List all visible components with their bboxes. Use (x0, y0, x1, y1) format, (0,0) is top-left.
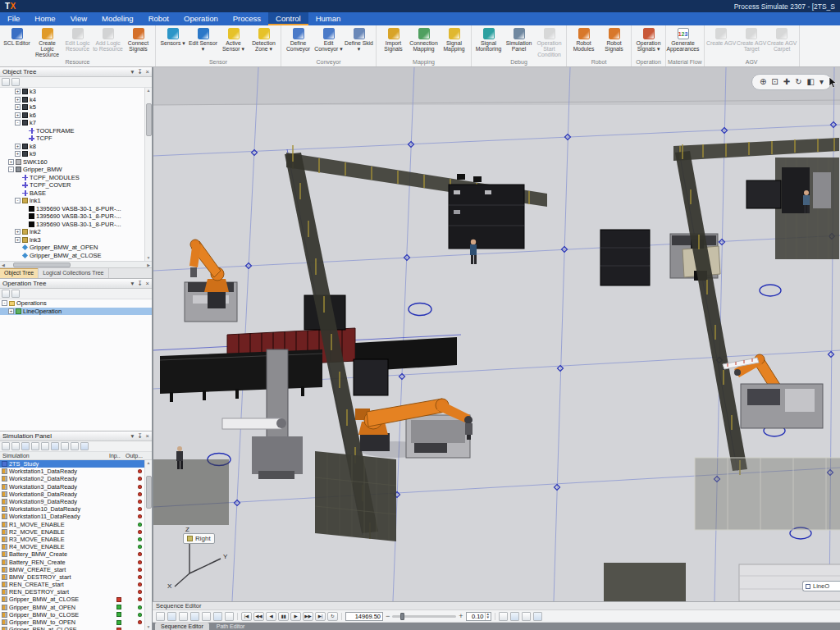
rotate-icon[interactable]: ↻ (795, 75, 801, 89)
tree-item-1395690-vasb-30-1-8-pur[interactable]: 1395690 VASB-30-1_8-PUR-... (0, 212, 152, 221)
pin-icon[interactable]: ↧ (137, 432, 142, 441)
collapse-icon[interactable]: - (8, 167, 14, 172)
sequence-editor-title[interactable]: Sequence Editor (153, 602, 840, 610)
signal-row-r2-move-enable[interactable]: R2_MOVE_ENABLE (0, 528, 152, 536)
zoom-in-icon[interactable]: ⊕ (760, 75, 766, 89)
menu-tab-robot[interactable]: Robot (141, 12, 176, 25)
tree-item-k3[interactable]: +k3 (0, 88, 152, 96)
connect-signals-button[interactable]: Connect Signals (123, 26, 153, 58)
speed-stepper-arrows[interactable]: ▲▼ (485, 613, 491, 620)
menu-tab-file[interactable]: File (0, 12, 27, 25)
signal-row-gripper-bmw-at-open[interactable]: Gripper_BMW_at_OPEN (0, 604, 152, 611)
watch-icon[interactable] (41, 442, 49, 450)
signal-row-battery-bmw-create[interactable]: Battery_BMW_Create (0, 550, 152, 558)
tree-item-1395690-vasb-30-1-8-pur[interactable]: 1395690 VASB-30-1_8-PUR-... (0, 221, 152, 229)
scroll-up-icon[interactable]: ▲ (147, 460, 151, 466)
title-bar[interactable]: TX Process Simulate 2307 - [2TS_S (0, 0, 840, 12)
tree-item-lnk2[interactable]: +lnk2 (0, 228, 152, 236)
input-value-cell[interactable] (111, 620, 127, 625)
simulation-column-headers[interactable]: Simulation Inp.. Outp... (0, 452, 152, 460)
speed-stepper[interactable]: ▲▼ (466, 612, 491, 621)
viewport-3d[interactable]: ⊕⊡✚↻◧▾ Z Y X Right LineO (153, 67, 840, 601)
scroll-thumb[interactable] (146, 476, 152, 509)
fence-bottom-left[interactable] (153, 459, 229, 525)
storage-rack-right[interactable] (600, 230, 650, 285)
scroll-left-icon[interactable]: ◀ (0, 262, 7, 267)
expand-icon[interactable]: + (15, 104, 21, 110)
expand-icon[interactable]: + (8, 308, 14, 314)
signal-row-workstation3-dataready[interactable]: Workstation3_DataReady (0, 483, 152, 491)
tab-path-editor[interactable]: Path Editor (211, 623, 251, 630)
chart-icon[interactable] (61, 442, 69, 450)
signal-mapping-button[interactable]: Signal Mapping (439, 26, 469, 58)
tree-view-icon[interactable] (21, 442, 30, 450)
signal-row-workstation11-dataready[interactable]: Workstation11_DataReady (0, 513, 152, 520)
speed-value-field[interactable] (467, 613, 485, 620)
tree-item-1395690-vasb-30-1-8-pur[interactable]: 1395690 VASB-30-1_8-PUR-... (0, 205, 152, 213)
connection-mapping-button[interactable]: Connection Mapping (409, 26, 439, 58)
active-sensor-button[interactable]: Active Sensor ▾ (218, 26, 249, 58)
view-cube-icon[interactable]: ◧ (807, 75, 815, 89)
filter-icon[interactable] (51, 442, 59, 450)
jump-to-end-button[interactable]: ▶| (315, 612, 326, 621)
play-backward-button[interactable]: ◀ (266, 612, 276, 621)
input-value-cell[interactable] (111, 605, 127, 609)
tab-object-tree[interactable]: Object Tree (0, 268, 39, 278)
collapse-all-icon[interactable] (2, 290, 10, 298)
tree-item-tcpf[interactable]: TCPF (0, 135, 152, 143)
detection-zone-button[interactable]: Detection Zone ▾ (249, 26, 279, 58)
menu-tab-control[interactable]: Control (268, 12, 308, 25)
tree-item-swk160[interactable]: +SWK160 (0, 158, 152, 167)
input-value-cell[interactable] (111, 597, 127, 602)
signal-row-battery-ren-create[interactable]: Battery_REN_Create (0, 558, 152, 565)
chevron-down-icon[interactable]: ▾ (131, 432, 135, 441)
save-icon[interactable] (80, 442, 89, 450)
tree-item-base[interactable]: BASE (0, 189, 152, 198)
collapse-all-icon[interactable] (2, 78, 10, 86)
snapshot-icon[interactable] (225, 612, 234, 621)
rack-top-right[interactable] (746, 180, 781, 208)
signal-row-gripper-bmw-to-close[interactable]: Gripper_BMW_to_CLOSE (0, 611, 152, 619)
signal-row-2ts-study[interactable]: 2TS_Study (0, 460, 152, 468)
tab-logical-collections-tree[interactable]: Logical Collections Tree (39, 268, 108, 278)
layout-icon[interactable] (522, 612, 531, 621)
tree-item-lnk3[interactable]: +lnk3 (0, 236, 152, 244)
object-tree-header[interactable]: Object Tree ▾ ↧ × (0, 67, 152, 77)
close-icon[interactable]: × (146, 432, 149, 441)
loop-button[interactable]: ↻ (327, 612, 338, 621)
pin-icon[interactable]: ↧ (137, 68, 142, 76)
more-icon[interactable]: ▾ (819, 75, 824, 89)
object-tree-hscrollbar[interactable]: ◀▶ (0, 261, 152, 267)
fence-bottom-right[interactable] (695, 458, 840, 530)
tree-item-toolframe[interactable]: TOOLFRAME (0, 127, 152, 135)
menu-tab-operation[interactable]: Operation (176, 12, 226, 25)
column-inputs[interactable]: Inp.. (109, 453, 126, 459)
zoom-window-icon[interactable]: ⊡ (771, 75, 778, 89)
signal-row-r1-move-enable[interactable]: R1_MOVE_ENABLE (0, 521, 152, 528)
viewport-floating-label[interactable]: LineO (802, 581, 840, 591)
generate-appearances-button[interactable]: 123Generate Appearances (668, 26, 698, 58)
expand-icon[interactable]: + (15, 237, 21, 243)
signal-row-bmw-destroy-start[interactable]: BMW_DESTROY_start (0, 573, 152, 581)
worker-1[interactable] (470, 240, 477, 264)
edit-conveyor-button[interactable]: Edit Conveyor ▾ (313, 26, 344, 58)
add-signal-icon[interactable] (2, 442, 10, 450)
robot-signals-button[interactable]: Robot Signals (599, 26, 629, 58)
timer-icon[interactable] (499, 612, 508, 621)
slider-minus-label[interactable]: − (386, 612, 390, 620)
junction-box[interactable] (354, 359, 388, 395)
tree-item-k5[interactable]: +k5 (0, 103, 152, 112)
define-skid-button[interactable]: Define Skid ▾ (344, 26, 374, 58)
signal-row-gripper-bmw-to-open[interactable]: Gripper_BMW_to_OPEN (0, 619, 152, 626)
expand-icon[interactable]: + (15, 89, 21, 94)
collapse-icon[interactable]: - (15, 120, 21, 126)
scl-editor-button[interactable]: SCL Editor (2, 26, 32, 58)
tree-item-k4[interactable]: +k4 (0, 96, 152, 104)
tree-item-tcpf-cover[interactable]: TCPF_COVER (0, 181, 152, 189)
tree-item-k7[interactable]: -k7 (0, 119, 152, 127)
fence-bottom-small[interactable] (604, 563, 686, 601)
open-icon[interactable] (71, 442, 79, 450)
import-signals-button[interactable]: Import Signals (378, 26, 409, 58)
signal-row-workstation1-dataready[interactable]: Workstation1_DataReady (0, 468, 152, 475)
scene-canvas[interactable] (153, 67, 840, 601)
